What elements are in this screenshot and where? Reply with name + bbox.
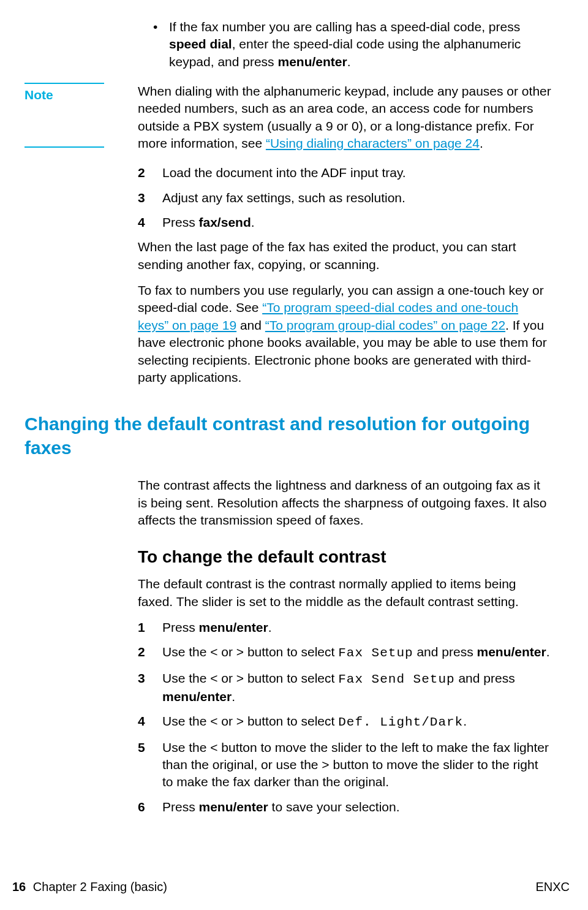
- step-text: Use the < or > button to select Fax Send…: [162, 670, 551, 706]
- paragraph: The contrast affects the lightness and d…: [138, 477, 551, 529]
- link-dialing-characters[interactable]: “Using dialing characters” on page 24: [266, 136, 480, 150]
- step-number: 5: [138, 739, 162, 791]
- step-number: 1: [138, 619, 162, 636]
- heading-2: To change the default contrast: [138, 547, 551, 567]
- paragraph: To fax to numbers you use regularly, you…: [138, 282, 551, 386]
- step-text: Load the document into the ADF input tra…: [162, 164, 406, 181]
- bullet-icon: •: [153, 18, 169, 70]
- step-number: 3: [138, 189, 162, 207]
- step-text: Press menu/enter.: [162, 619, 272, 636]
- contrast-step-6: 6 Press menu/enter to save your selectio…: [138, 798, 551, 816]
- bullet-item: • If the fax number you are calling has …: [153, 18, 551, 70]
- step-number: 2: [138, 643, 162, 662]
- step-text: Use the < or > button to select Fax Setu…: [162, 643, 550, 662]
- page-number: 16: [12, 880, 26, 893]
- page-footer: 16 Chapter 2 Faxing (basic) ENXC: [12, 880, 570, 894]
- step-number: 6: [138, 798, 162, 816]
- step-4: 4 Press fax/send.: [138, 214, 551, 231]
- note-label-column: Note: [12, 83, 138, 152]
- contrast-step-5: 5 Use the < button to move the slider to…: [138, 739, 551, 791]
- footer-right: ENXC: [535, 880, 570, 894]
- page: • If the fax number you are calling has …: [0, 0, 588, 910]
- note-body: When dialing with the alphanumeric keypa…: [138, 83, 551, 152]
- step-3: 3 Adjust any fax settings, such as resol…: [138, 189, 551, 207]
- step-2: 2 Load the document into the ADF input t…: [138, 164, 551, 181]
- step-number: 4: [138, 214, 162, 231]
- step-number: 3: [138, 670, 162, 706]
- contrast-step-1: 1 Press menu/enter.: [138, 619, 551, 636]
- paragraph: The default contrast is the contrast nor…: [138, 575, 551, 610]
- note-rule-top: [24, 83, 104, 84]
- footer-left: 16 Chapter 2 Faxing (basic): [12, 880, 167, 894]
- step-number: 4: [138, 713, 162, 731]
- heading-1: Changing the default contrast and resolu…: [24, 412, 551, 460]
- bullet-text: If the fax number you are calling has a …: [169, 18, 551, 70]
- note-rule-bottom: [24, 146, 104, 148]
- step-text: Use the < or > button to select Def. Lig…: [162, 713, 467, 731]
- step-text: Press menu/enter to save your selection.: [162, 798, 400, 816]
- note-block: Note When dialing with the alphanumeric …: [12, 83, 551, 152]
- step-text: Press fax/send.: [162, 214, 255, 231]
- contrast-step-3: 3 Use the < or > button to select Fax Se…: [138, 670, 551, 706]
- contrast-step-4: 4 Use the < or > button to select Def. L…: [138, 713, 551, 731]
- paragraph: When the last page of the fax has exited…: [138, 238, 551, 273]
- step-text: Use the < button to move the slider to t…: [162, 739, 551, 791]
- step-text: Adjust any fax settings, such as resolut…: [162, 189, 405, 207]
- step-number: 2: [138, 164, 162, 181]
- note-label: Note: [24, 88, 138, 102]
- link-group-dial[interactable]: “To program group-dial codes” on page 22: [265, 318, 505, 332]
- contrast-step-2: 2 Use the < or > button to select Fax Se…: [138, 643, 551, 662]
